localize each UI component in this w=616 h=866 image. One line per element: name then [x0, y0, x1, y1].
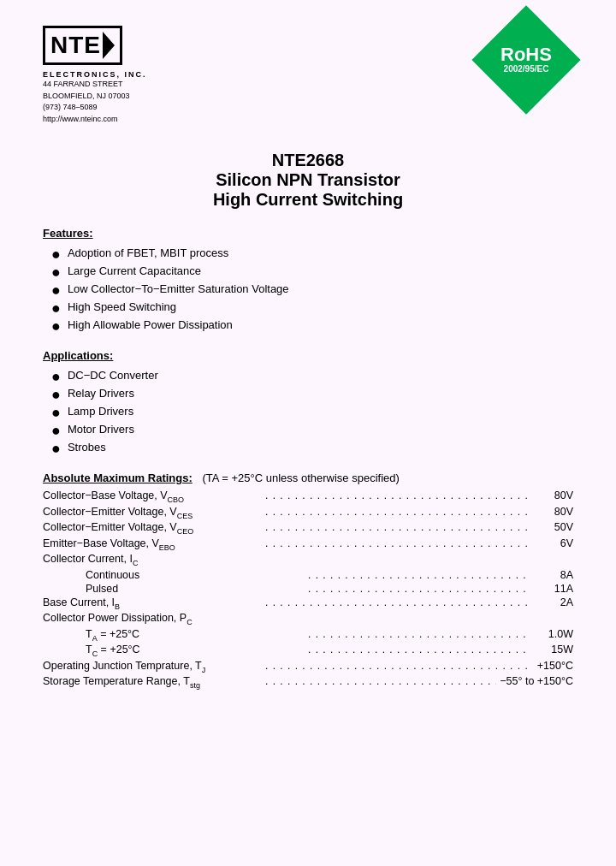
application-item: Strobes [68, 441, 106, 454]
rating-dots: . . . . . . . . . . . . . . . . . . . . … [265, 521, 527, 533]
list-item: ●Low Collector−To−Emitter Saturation Vol… [51, 282, 573, 298]
rating-value: 80V [530, 506, 573, 518]
rating-value: 6V [530, 537, 573, 549]
list-item: ●DC−DC Converter [51, 369, 573, 384]
rating-row: Pulsed . . . . . . . . . . . . . . . . .… [43, 583, 573, 595]
features-list: ●Adoption of FBET, MBIT process ●Large C… [43, 246, 573, 334]
rating-row: TC = +25°C . . . . . . . . . . . . . . .… [43, 644, 573, 658]
rating-label: Collector Power Dissipation, PC [43, 612, 265, 626]
rating-label: Collector−Emitter Voltage, VCEO [43, 521, 265, 536]
rating-row: TA = +25°C . . . . . . . . . . . . . . .… [43, 628, 573, 643]
rating-value: 11A [530, 583, 573, 595]
bullet-icon: ● [51, 246, 61, 262]
list-item: ●Relay Drivers [51, 387, 573, 402]
rating-label: Pulsed [86, 583, 308, 595]
applications-heading: Applications: [43, 349, 573, 362]
rating-dots: . . . . . . . . . . . . . . . . . . . . … [308, 628, 527, 640]
company-address: 44 FARRAND STREET BLOOMFIELD, NJ 07003 (… [43, 79, 147, 125]
rating-row: Collector−Base Voltage, VCBO . . . . . .… [43, 489, 573, 504]
bullet-icon: ● [51, 300, 61, 316]
features-section: Features: ●Adoption of FBET, MBIT proces… [43, 227, 573, 334]
title-line2: High Current Switching [43, 190, 573, 210]
rating-row: Base Current, IB . . . . . . . . . . . .… [43, 596, 573, 611]
rating-row: Operating Junction Temprature, TJ . . . … [43, 660, 573, 674]
list-item: ●Lamp Drivers [51, 405, 573, 420]
bullet-icon: ● [51, 387, 61, 402]
rohs-text: RoHS 2002/95/EC [500, 45, 552, 74]
rating-value: 8A [530, 569, 573, 581]
ratings-section: Absolute Maximum Ratings: (TA = +25°C un… [43, 472, 573, 690]
rohs-year: 2002/95/EC [500, 64, 552, 74]
rating-dots: . . . . . . . . . . . . . . . . . . . . … [265, 489, 527, 501]
rating-value: 1.0W [530, 628, 573, 640]
rating-value: +150°C [530, 660, 573, 672]
rating-dots: . . . . . . . . . . . . . . . . . . . . … [308, 569, 527, 581]
rohs-label: RoHS [500, 45, 552, 64]
rating-value: 2A [530, 596, 573, 608]
rating-label: Collector−Emitter Voltage, VCES [43, 506, 265, 520]
bullet-icon: ● [51, 264, 61, 280]
rating-row: Collector Current, IC [43, 553, 573, 567]
rating-value: 50V [530, 521, 573, 533]
application-item: Lamp Drivers [68, 405, 133, 418]
list-item: ●Motor Drivers [51, 423, 573, 438]
list-item: ●Adoption of FBET, MBIT process [51, 246, 573, 262]
logo-section: NTE ELECTRONICS, INC. 44 FARRAND STREET … [43, 26, 147, 125]
rating-dots: . . . . . . . . . . . . . . . . . . . . … [308, 644, 527, 655]
list-item: ●Strobes [51, 441, 573, 456]
logo-box: NTE [43, 26, 122, 65]
title-section: NTE2668 Silicon NPN Transistor High Curr… [43, 151, 573, 210]
rating-dots: . . . . . . . . . . . . . . . . . . . . … [265, 660, 527, 672]
rating-value: −55° to +150°C [500, 675, 573, 687]
company-website: http://www.nteinc.com [43, 114, 147, 126]
rating-dots: . . . . . . . . . . . . . . . . . . . . … [265, 537, 527, 549]
list-item: ●High Allowable Power Dissipation [51, 318, 573, 334]
rohs-badge: RoHS 2002/95/EC [479, 26, 573, 94]
feature-item: High Speed Switching [68, 300, 176, 313]
list-item: ●High Speed Switching [51, 300, 573, 316]
address-line1: 44 FARRAND STREET [43, 79, 147, 91]
page: NTE ELECTRONICS, INC. 44 FARRAND STREET … [0, 0, 616, 866]
feature-item: Low Collector−To−Emitter Saturation Volt… [68, 282, 289, 295]
ratings-header: Absolute Maximum Ratings: (TA = +25°C un… [43, 472, 573, 484]
rating-value: 15W [530, 644, 573, 655]
rating-dots: . . . . . . . . . . . . . . . . . . . . … [265, 596, 527, 608]
application-item: Relay Drivers [68, 387, 134, 400]
rating-label: TA = +25°C [86, 628, 308, 643]
rating-label: Operating Junction Temprature, TJ [43, 660, 265, 674]
rating-row: Continuous . . . . . . . . . . . . . . .… [43, 569, 573, 581]
rating-row: Storage Temperature Range, Tstg . . . . … [43, 675, 573, 690]
applications-section: Applications: ●DC−DC Converter ●Relay Dr… [43, 349, 573, 456]
rating-label: TC = +25°C [86, 644, 308, 658]
rating-row: Emitter−Base Voltage, VEBO . . . . . . .… [43, 537, 573, 552]
bullet-icon: ● [51, 282, 61, 298]
feature-item: Large Current Capacitance [68, 264, 201, 277]
title-line1: Silicon NPN Transistor [43, 170, 573, 190]
features-heading: Features: [43, 227, 573, 240]
rating-row: Collector Power Dissipation, PC [43, 612, 573, 626]
company-division: ELECTRONICS, INC. [43, 70, 147, 79]
rating-label: Storage Temperature Range, Tstg [43, 675, 265, 690]
rating-dots: . . . . . . . . . . . . . . . . . . . . … [265, 675, 496, 687]
feature-item: High Allowable Power Dissipation [68, 318, 233, 331]
rating-label: Continuous [86, 569, 308, 581]
ratings-heading: Absolute Maximum Ratings: [43, 472, 192, 484]
rating-dots: . . . . . . . . . . . . . . . . . . . . … [265, 506, 527, 518]
bullet-icon: ● [51, 423, 61, 438]
bullet-icon: ● [51, 441, 61, 456]
rating-label: Base Current, IB [43, 596, 265, 611]
rating-value: 80V [530, 489, 573, 501]
feature-item: Adoption of FBET, MBIT process [68, 246, 228, 259]
ratings-condition: (TA = +25°C unless otherwise specified) [202, 472, 399, 484]
company-phone: (973) 748–5089 [43, 102, 147, 114]
logo-text: NTE [50, 33, 101, 57]
list-item: ●Large Current Capacitance [51, 264, 573, 280]
rating-row: Collector−Emitter Voltage, VCES . . . . … [43, 506, 573, 520]
bullet-icon: ● [51, 369, 61, 384]
applications-list: ●DC−DC Converter ●Relay Drivers ●Lamp Dr… [43, 369, 573, 456]
address-line2: BLOOMFIELD, NJ 07003 [43, 91, 147, 103]
logo-arrow-icon [103, 32, 115, 59]
application-item: DC−DC Converter [68, 369, 158, 382]
logo-nte: NTE [43, 26, 147, 65]
rating-dots: . . . . . . . . . . . . . . . . . . . . … [308, 583, 527, 595]
